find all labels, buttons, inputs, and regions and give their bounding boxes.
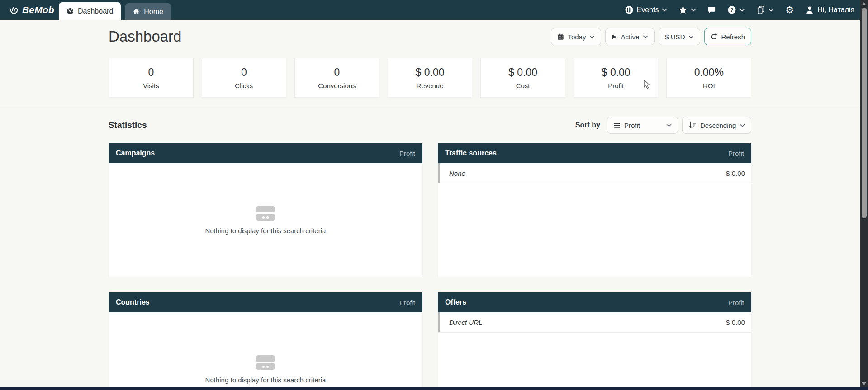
- row-name: Direct URL: [449, 319, 482, 326]
- status-filter-button[interactable]: Active: [605, 28, 655, 45]
- empty-state: Nothing to display for this search crite…: [109, 312, 422, 390]
- stat-value: 0.00%: [694, 66, 724, 79]
- events-label: Events: [637, 6, 659, 14]
- chevron-down-icon: [666, 124, 672, 127]
- chevron-down-icon: [589, 35, 595, 38]
- stat-value: 0: [334, 66, 340, 79]
- stat-value: 0: [148, 66, 154, 79]
- gear-icon: ⚙: [785, 5, 794, 14]
- chat-button[interactable]: [707, 6, 716, 14]
- table-row: Direct URL $ 0.00: [438, 312, 751, 333]
- chevron-down-icon: [691, 9, 696, 12]
- panel-traffic-sources: Traffic sources Profit None $ 0.00: [438, 143, 751, 277]
- statistics-toolbar: Statistics Sort by Profit Descending: [109, 116, 751, 134]
- table-row: None $ 0.00: [438, 163, 751, 183]
- currency-button[interactable]: $ USD: [659, 28, 700, 45]
- bemob-logo: BeMob: [9, 5, 54, 15]
- section-divider: [0, 105, 868, 105]
- stat-cards-row: 0 Visits 0 Clicks 0 Conversions $ 0.00 R…: [109, 58, 751, 98]
- scroll-down-arrow-icon[interactable]: [862, 382, 866, 385]
- stat-value: $ 0.00: [602, 66, 631, 79]
- page-header: Dashboard Today Active: [109, 27, 751, 46]
- row-value: $ 0.00: [726, 319, 745, 326]
- status-filter-label: Active: [621, 33, 639, 41]
- panel-title: Campaigns: [116, 149, 155, 157]
- sort-field-icon: [613, 122, 620, 128]
- row-value: $ 0.00: [726, 169, 745, 177]
- chevron-down-icon: [768, 9, 774, 12]
- panel-metric-label: Profit: [728, 299, 744, 306]
- docs-icon: [756, 5, 765, 14]
- stat-label: ROI: [703, 82, 715, 89]
- calendar-icon: [557, 33, 564, 40]
- date-range-label: Today: [568, 33, 586, 41]
- refresh-label: Refresh: [721, 33, 745, 41]
- panel-title: Traffic sources: [445, 149, 497, 157]
- tab-dashboard-label: Dashboard: [78, 7, 113, 15]
- empty-data-icon: [256, 355, 275, 370]
- favorites-menu[interactable]: [678, 5, 696, 14]
- stat-card-cost: $ 0.00 Cost: [480, 58, 565, 98]
- greeting-label: Hi, Наталія: [817, 6, 854, 14]
- stat-value: $ 0.00: [508, 66, 537, 79]
- bemob-logo-icon: [9, 5, 19, 15]
- help-icon: ?: [727, 5, 736, 14]
- sort-field-value: Profit: [624, 122, 640, 129]
- scrollbar-thumb[interactable]: [862, 8, 867, 218]
- chevron-down-icon: [662, 9, 667, 12]
- navbar-right-group: Events ?: [625, 5, 854, 14]
- tab-home[interactable]: Home: [125, 3, 171, 20]
- top-navbar: BeMob Dashboard Home Events: [0, 0, 868, 20]
- stat-card-clicks: 0 Clicks: [202, 58, 287, 98]
- panel-metric-label: Profit: [399, 299, 415, 306]
- scroll-up-arrow-icon[interactable]: [862, 2, 866, 5]
- panel-traffic-sources-header: Traffic sources Profit: [438, 143, 751, 163]
- tab-bar: Dashboard Home: [59, 2, 171, 20]
- stat-label: Revenue: [417, 82, 444, 89]
- help-menu[interactable]: ?: [727, 5, 745, 14]
- stat-card-profit: $ 0.00 Profit: [574, 58, 659, 98]
- stat-label: Clicks: [235, 82, 253, 89]
- dashboard-icon: [66, 8, 74, 15]
- stat-card-revenue: $ 0.00 Revenue: [388, 58, 473, 98]
- stat-label: Cost: [516, 82, 530, 89]
- play-icon: [612, 34, 617, 40]
- chevron-down-icon: [740, 9, 745, 12]
- empty-state-text: Nothing to display for this search crite…: [205, 227, 326, 235]
- settings-button[interactable]: ⚙: [785, 5, 794, 14]
- panel-traffic-sources-body: None $ 0.00: [438, 163, 751, 277]
- tab-dashboard[interactable]: Dashboard: [59, 2, 121, 20]
- chevron-down-icon: [643, 35, 648, 38]
- statistics-panels-grid: Campaigns Profit Nothing to display for …: [109, 143, 751, 390]
- sort-direction-dropdown[interactable]: Descending: [682, 117, 751, 134]
- panel-title: Countries: [116, 298, 150, 306]
- chat-icon: [707, 6, 716, 14]
- browser-scrollbar[interactable]: [860, 0, 868, 390]
- panel-metric-label: Profit: [728, 150, 744, 157]
- account-menu[interactable]: Hi, Наталія: [805, 5, 854, 14]
- stat-label: Conversions: [318, 82, 356, 89]
- refresh-icon: [711, 33, 717, 40]
- refresh-button[interactable]: Refresh: [704, 28, 751, 45]
- panel-offers-header: Offers Profit: [438, 292, 751, 312]
- panel-campaigns-header: Campaigns Profit: [109, 143, 422, 163]
- stat-card-roi: 0.00% ROI: [666, 58, 751, 98]
- stat-card-visits: 0 Visits: [109, 58, 194, 98]
- date-range-button[interactable]: Today: [551, 28, 601, 45]
- panel-campaigns: Campaigns Profit Nothing to display for …: [109, 143, 422, 277]
- sort-field-dropdown[interactable]: Profit: [607, 117, 678, 134]
- events-icon: [625, 5, 634, 14]
- stat-label: Profit: [608, 82, 624, 89]
- panel-offers-body: Direct URL $ 0.00: [438, 312, 751, 390]
- docs-menu[interactable]: [756, 5, 774, 14]
- tab-home-label: Home: [144, 8, 163, 16]
- stat-label: Visits: [143, 82, 159, 89]
- chevron-down-icon: [740, 124, 745, 127]
- empty-state-text: Nothing to display for this search crite…: [205, 376, 326, 384]
- row-name: None: [449, 169, 465, 177]
- panel-countries: Countries Profit Nothing to display for …: [109, 292, 422, 390]
- bemob-dashboard-screen: BeMob Dashboard Home Events: [0, 0, 868, 390]
- empty-state: Nothing to display for this search crite…: [109, 163, 422, 277]
- panel-countries-header: Countries Profit: [109, 292, 422, 312]
- events-menu[interactable]: Events: [625, 5, 668, 14]
